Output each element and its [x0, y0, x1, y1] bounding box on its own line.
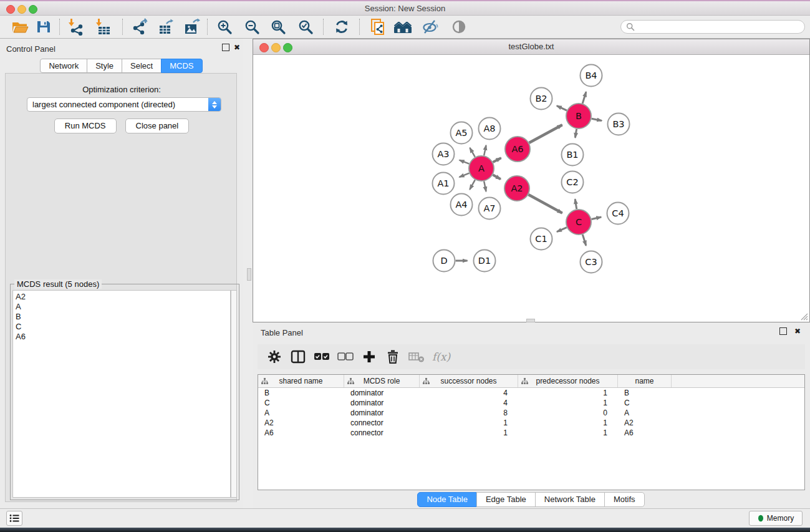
column-header-successor-nodes[interactable]: successor nodes — [420, 375, 518, 387]
import-network-icon[interactable] — [65, 17, 87, 36]
graph-node-A4[interactable]: A4 — [451, 194, 473, 216]
select-all-icon[interactable] — [310, 347, 334, 367]
graph-node-A8[interactable]: A8 — [479, 118, 501, 140]
zoom-out-icon[interactable] — [241, 17, 263, 36]
graph-node-C[interactable]: C — [566, 210, 591, 235]
result-scrollbar[interactable] — [231, 290, 237, 498]
search-input[interactable] — [637, 21, 804, 32]
column-header-shared-name[interactable]: shared name — [258, 375, 344, 387]
delete-column-icon[interactable] — [381, 347, 405, 367]
deselect-all-icon[interactable] — [334, 347, 357, 367]
graph-edge-C-C4[interactable] — [591, 217, 601, 219]
close-panel-icon[interactable]: ✖ — [234, 44, 240, 51]
graph-edge-A-A2[interactable] — [493, 175, 501, 179]
open-file-icon[interactable] — [9, 17, 31, 36]
table-row[interactable]: A2connector11A2 — [258, 418, 804, 428]
graph-edge-B-B3[interactable] — [592, 118, 602, 120]
graph-node-A7[interactable]: A7 — [479, 198, 501, 220]
tab-mcds[interactable]: MCDS — [161, 59, 202, 73]
import-table-icon[interactable] — [92, 17, 115, 36]
graph-edge-C-C3[interactable] — [582, 235, 586, 246]
refresh-icon[interactable] — [330, 17, 353, 36]
add-column-icon[interactable] — [357, 347, 381, 367]
graph-node-B[interactable]: B — [566, 104, 591, 128]
hide-graphics-icon[interactable] — [419, 17, 441, 36]
table-row[interactable]: A6connector11A6 — [258, 428, 804, 438]
graph-edge-A-A5[interactable] — [470, 148, 475, 157]
graph-node-B1[interactable]: B1 — [562, 144, 584, 166]
graph-node-C4[interactable]: C4 — [607, 203, 629, 225]
tab-motifs[interactable]: Motifs — [604, 492, 645, 507]
zoom-fit-icon[interactable] — [267, 17, 289, 36]
column-header-mcds-role[interactable]: MCDS role — [344, 375, 420, 387]
export-table-icon[interactable] — [155, 17, 177, 36]
network-window-titlebar[interactable]: testGlobe.txt — [253, 39, 809, 55]
column-header-predecessor-nodes[interactable]: predecessor nodes — [518, 375, 618, 387]
graph-node-B4[interactable]: B4 — [581, 65, 602, 87]
zoom-in-icon[interactable] — [213, 17, 236, 36]
graph-node-B3[interactable]: B3 — [608, 114, 630, 135]
graph-node-C2[interactable]: C2 — [562, 172, 584, 193]
table-row[interactable]: Bdominator41B — [258, 388, 804, 398]
graph-node-C1[interactable]: C1 — [531, 228, 552, 250]
graph-edge-A-A3[interactable] — [460, 160, 470, 164]
show-graphics-icon[interactable] — [448, 17, 470, 36]
graph-node-A[interactable]: A — [469, 156, 494, 181]
tab-network[interactable]: Network — [40, 59, 87, 73]
graph-edge-B-B1[interactable] — [575, 129, 576, 138]
close-table-panel-icon[interactable]: ✖ — [794, 327, 801, 335]
result-list-item[interactable]: A — [16, 302, 230, 312]
mcds-result-list[interactable]: A2ABCA6 — [12, 290, 231, 498]
graph-node-A3[interactable]: A3 — [433, 143, 455, 165]
result-list-item[interactable]: A2 — [16, 292, 230, 302]
home-icon[interactable] — [392, 17, 414, 36]
search-field[interactable] — [620, 20, 805, 34]
graph-edge-A2-C[interactable] — [528, 195, 562, 213]
graph-edge-A-A6[interactable] — [493, 158, 501, 162]
run-mcds-button[interactable]: Run MCDS — [54, 118, 117, 133]
save-session-icon[interactable] — [32, 17, 55, 36]
resize-grip-icon[interactable] — [800, 312, 808, 321]
tab-style[interactable]: Style — [87, 59, 122, 73]
criterion-dropdown[interactable]: largest connected component (directed) — [27, 97, 221, 112]
session-details-icon[interactable] — [367, 17, 389, 36]
tab-edge-table[interactable]: Edge Table — [476, 492, 536, 507]
task-history-button[interactable] — [6, 511, 22, 526]
graph-edge-C-C1[interactable] — [557, 228, 567, 232]
tab-select[interactable]: Select — [122, 59, 162, 73]
result-list-item[interactable]: A6 — [16, 332, 230, 342]
table-row[interactable]: Adominator80A — [258, 408, 804, 418]
graph-node-A2[interactable]: A2 — [504, 176, 529, 201]
graph-node-B2[interactable]: B2 — [531, 88, 552, 110]
graph-node-D[interactable]: D — [433, 250, 455, 272]
graph-node-A5[interactable]: A5 — [451, 122, 473, 144]
tab-network-table[interactable]: Network Table — [535, 492, 605, 507]
graph-edge-B-B2[interactable] — [557, 106, 567, 110]
float-table-panel-icon[interactable] — [779, 327, 787, 335]
graph-edge-A-A7[interactable] — [484, 181, 486, 191]
export-image-icon[interactable] — [181, 17, 203, 36]
graph-edge-C-C2[interactable] — [575, 199, 577, 209]
graph-node-C3[interactable]: C3 — [581, 251, 602, 273]
table-row[interactable]: Cdominator41C — [258, 398, 804, 408]
export-network-icon[interactable] — [128, 17, 151, 36]
memory-button[interactable]: Memory — [749, 511, 803, 526]
graph-edge-B-B4[interactable] — [582, 92, 586, 104]
splitter-handle-vertical[interactable] — [247, 268, 251, 281]
graph-node-D1[interactable]: D1 — [474, 250, 496, 272]
graph-edge-A-A1[interactable] — [460, 173, 470, 177]
graph-node-A6[interactable]: A6 — [505, 137, 530, 162]
result-list-item[interactable]: B — [16, 312, 230, 322]
graph-edge-A6-B[interactable] — [529, 125, 562, 143]
graph-node-A1[interactable]: A1 — [433, 173, 455, 195]
column-header-name[interactable]: name — [618, 375, 672, 387]
table-settings-icon[interactable] — [263, 347, 286, 367]
network-graph-canvas[interactable]: AA1A2A3A4A5A6A7A8BB1B2B3B4CC1C2C3C4DD1 — [253, 55, 809, 322]
node-table[interactable]: shared nameMCDS rolesuccessor nodesprede… — [258, 374, 805, 490]
graph-edge-A-A8[interactable] — [484, 145, 486, 155]
graph-edge-A-A4[interactable] — [470, 180, 475, 190]
zoom-selected-icon[interactable] — [294, 17, 317, 36]
tab-node-table[interactable]: Node Table — [417, 492, 477, 507]
close-panel-button[interactable]: Close panel — [125, 118, 190, 133]
float-panel-icon[interactable] — [222, 44, 229, 51]
